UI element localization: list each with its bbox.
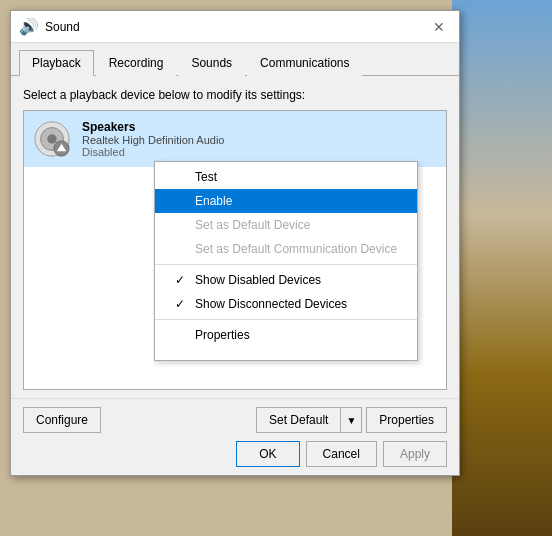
ctx-separator-1 (155, 264, 417, 265)
ctx-enable[interactable]: Enable (155, 189, 417, 213)
tab-communications[interactable]: Communications (247, 50, 362, 76)
ctx-separator-2 (155, 319, 417, 320)
svg-point-2 (47, 134, 57, 144)
right-buttons: Set Default ▼ Properties (256, 407, 447, 433)
device-item-speakers[interactable]: Speakers Realtek High Definition Audio D… (24, 111, 446, 167)
set-default-arrow[interactable]: ▼ (340, 407, 362, 433)
ctx-about-midi[interactable]: Properties (155, 323, 417, 347)
cancel-button[interactable]: Cancel (306, 441, 377, 467)
title-bar: 🔊 Sound ✕ (11, 11, 459, 43)
title-bar-left: 🔊 Sound (19, 17, 80, 36)
tab-content: Select a playback device below to modify… (11, 76, 459, 398)
window-title: Sound (45, 20, 80, 34)
properties-button[interactable]: Properties (366, 407, 447, 433)
left-buttons: Configure (23, 407, 101, 433)
set-default-button[interactable]: Set Default (256, 407, 340, 433)
ok-button[interactable]: OK (236, 441, 299, 467)
set-default-split: Set Default ▼ (256, 407, 362, 433)
close-button[interactable]: ✕ (427, 15, 451, 39)
tab-bar: Playback Recording Sounds Communications (11, 43, 459, 76)
bottom-area: Configure Set Default ▼ Properties OK Ca… (11, 398, 459, 475)
speaker-icon (32, 119, 72, 159)
tab-playback[interactable]: Playback (19, 50, 94, 76)
tab-recording[interactable]: Recording (96, 50, 177, 76)
device-sub: Realtek High Definition Audio (82, 134, 438, 146)
apply-button[interactable]: Apply (383, 441, 447, 467)
context-menu: Test Enable Set as Default Device Set as… (154, 161, 418, 361)
tab-sounds[interactable]: Sounds (178, 50, 245, 76)
bottom-row-buttons: Configure Set Default ▼ Properties (23, 407, 447, 433)
sound-dialog: 🔊 Sound ✕ Playback Recording Sounds Comm… (10, 10, 460, 476)
device-status: Disabled (82, 146, 438, 158)
ctx-set-default-comm: Set as Default Communication Device (155, 237, 417, 261)
ctx-set-default: Set as Default Device (155, 213, 417, 237)
device-list[interactable]: Speakers Realtek High Definition Audio D… (23, 110, 447, 390)
ctx-show-disabled[interactable]: ✓ Show Disabled Devices (155, 268, 417, 292)
dialog-buttons: OK Cancel Apply (23, 441, 447, 467)
device-info: Speakers Realtek High Definition Audio D… (82, 120, 438, 158)
ctx-show-disconnected[interactable]: ✓ Show Disconnected Devices (155, 292, 417, 316)
device-name: Speakers (82, 120, 438, 134)
ctx-properties[interactable] (155, 347, 417, 357)
instruction-text: Select a playback device below to modify… (23, 88, 447, 102)
ctx-test[interactable]: Test (155, 165, 417, 189)
configure-button[interactable]: Configure (23, 407, 101, 433)
window-icon: 🔊 (19, 17, 39, 36)
